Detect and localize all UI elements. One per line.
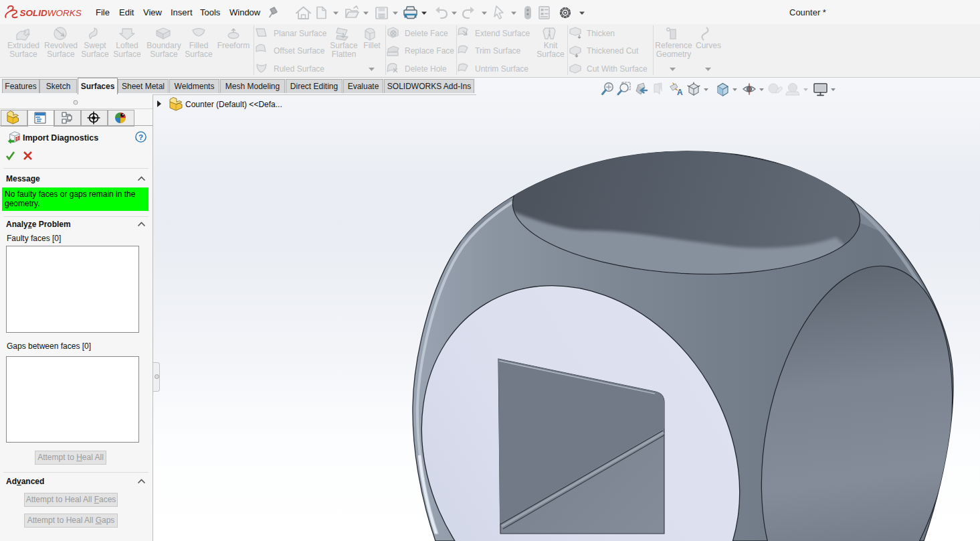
svg-text:?: ? xyxy=(138,133,143,141)
svg-text:SOLIDWORKS: SOLIDWORKS xyxy=(20,8,82,18)
svg-text:A: A xyxy=(677,88,683,97)
svg-text:Counter (Default) <<Defa...: Counter (Default) <<Defa... xyxy=(185,100,282,109)
